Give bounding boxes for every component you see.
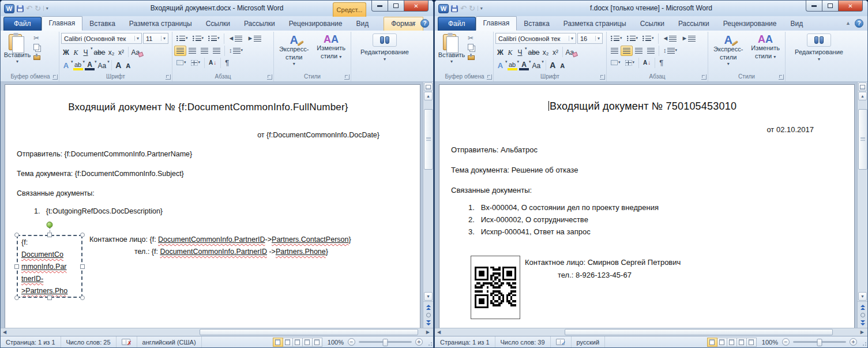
resize-handle[interactable]: [47, 295, 52, 300]
undo-button[interactable]: ↶: [26, 5, 32, 12]
tab-review[interactable]: Рецензирование: [716, 17, 784, 31]
tab-page-layout[interactable]: Разметка страницы: [557, 17, 633, 31]
title-bar[interactable]: W ↶ ↻ ▾ Входящий документ.docx - Microso…: [1, 1, 433, 16]
font-size-combo[interactable]: 16▾: [577, 33, 603, 44]
zoom-level[interactable]: 100%: [328, 339, 344, 346]
zoom-in-button[interactable]: +: [850, 338, 857, 346]
language-indicator[interactable]: русский: [572, 336, 605, 347]
proofing-status[interactable]: ✗: [117, 336, 137, 347]
redo-button[interactable]: ↻: [469, 5, 475, 12]
justify-button[interactable]: [645, 46, 657, 56]
borders-button[interactable]: ▾: [189, 58, 203, 68]
resize-grip[interactable]: [426, 336, 433, 347]
resize-handle[interactable]: [14, 264, 19, 269]
page-indicator[interactable]: Страница: 1 из 1: [435, 336, 495, 347]
numbering-button[interactable]: ▾: [625, 33, 641, 44]
styles-dialog-launcher[interactable]: [779, 74, 784, 80]
selected-textbox-object[interactable]: {f: DocumentCo mmonInfo.Par tnerID- >Par…: [17, 235, 82, 298]
show-paragraph-marks-button[interactable]: ¶: [657, 58, 666, 68]
bullets-button[interactable]: ▾: [174, 33, 190, 44]
contextual-tab-group[interactable]: Средст...: [333, 2, 366, 17]
increase-indent-button[interactable]: ►: [245, 33, 264, 44]
change-styles-button[interactable]: AA Изменить стили ▾: [313, 33, 350, 73]
ruler-toggle-button[interactable]: [424, 83, 433, 91]
font-dialog-launcher[interactable]: [166, 74, 171, 80]
font-name-combo[interactable]: Calibri (Основной тек▾: [61, 33, 142, 44]
font-name-combo[interactable]: Calibri (Основной тек▾: [495, 33, 576, 44]
tab-home[interactable]: Главная: [476, 16, 517, 31]
minimize-button[interactable]: [371, 1, 388, 12]
show-paragraph-marks-button[interactable]: ¶: [223, 58, 231, 68]
subscript-button[interactable]: x₂: [541, 47, 551, 57]
editing-button[interactable]: Редактирование ▾: [792, 33, 846, 81]
word-count[interactable]: Число слов: 25: [61, 336, 117, 347]
scroll-right-button[interactable]: ▶: [426, 330, 430, 335]
vertical-scrollbar[interactable]: ▲ ▼: [423, 82, 433, 328]
hscrollbar-thumb[interactable]: [565, 329, 833, 335]
tab-view[interactable]: Вид: [783, 17, 810, 31]
align-left-button[interactable]: [608, 46, 621, 56]
tab-file[interactable]: Файл: [438, 17, 476, 31]
clipboard-dialog-launcher[interactable]: [52, 74, 58, 80]
document-page[interactable]: Входящий документ № 750105453010 от 02.1…: [439, 84, 855, 328]
horizontal-scrollbar[interactable]: ◀ ▶: [435, 328, 867, 336]
cut-icon[interactable]: ✂: [468, 35, 476, 42]
clipboard-dialog-launcher[interactable]: [487, 74, 492, 80]
scroll-left-button[interactable]: ◀: [437, 330, 441, 335]
superscript-button[interactable]: x²: [117, 47, 126, 57]
styles-dialog-launcher[interactable]: [344, 74, 350, 80]
shrink-font-button[interactable]: А: [123, 60, 133, 70]
scroll-down-button[interactable]: ▼: [424, 292, 433, 301]
scroll-left-button[interactable]: ◀: [3, 330, 6, 335]
decrease-indent-button[interactable]: ◄: [660, 33, 679, 44]
paragraph-dialog-launcher[interactable]: [267, 74, 272, 80]
zoom-out-button[interactable]: −: [782, 338, 790, 346]
numbering-button[interactable]: ▾: [190, 33, 206, 44]
ruler-toggle-button[interactable]: [858, 83, 867, 91]
word-logo-icon[interactable]: W: [4, 4, 14, 13]
highlight-button[interactable]: ab: [73, 60, 83, 70]
editing-button[interactable]: Редактирование ▾: [358, 33, 411, 81]
decrease-indent-button[interactable]: ◄: [226, 33, 245, 44]
zoom-slider[interactable]: [793, 341, 846, 343]
redo-button[interactable]: ↻: [35, 5, 41, 12]
zoom-slider[interactable]: [359, 341, 412, 343]
qat-dropdown-icon[interactable]: ▾: [43, 6, 48, 11]
clear-formatting-button[interactable]: Aa: [130, 47, 143, 57]
tab-mailings[interactable]: Рассылки: [237, 17, 282, 31]
outline-view-button[interactable]: [737, 338, 747, 347]
qat-dropdown-icon[interactable]: ▾: [478, 6, 483, 11]
bullets-button[interactable]: ▾: [608, 33, 625, 44]
underline-button[interactable]: Ч: [515, 47, 525, 57]
tab-home[interactable]: Главная: [42, 16, 83, 31]
print-layout-view-button[interactable]: [707, 338, 717, 347]
scroll-up-button[interactable]: ▲: [858, 92, 867, 100]
format-painter-icon[interactable]: [33, 54, 40, 60]
rotation-handle[interactable]: [47, 222, 53, 228]
qr-code-frame[interactable]: [471, 256, 520, 319]
minimize-button[interactable]: [806, 1, 822, 12]
copy-icon[interactable]: [468, 44, 474, 50]
help-button[interactable]: ?: [855, 19, 863, 28]
sort-button[interactable]: А↓: [641, 58, 653, 68]
quick-styles-button[interactable]: A Экспресс-стили ▾: [275, 33, 313, 73]
hscrollbar-thumb[interactable]: [200, 329, 418, 335]
grow-font-button[interactable]: А: [548, 60, 558, 70]
copy-icon[interactable]: [33, 44, 39, 50]
tab-references[interactable]: Ссылки: [633, 17, 671, 31]
title-bar[interactable]: W ↶ ↻ ▾ f.docx [только чтение] - Microso…: [435, 1, 867, 16]
multilevel-list-button[interactable]: ▾: [640, 33, 656, 44]
next-page-button[interactable]: [426, 320, 431, 325]
undo-button[interactable]: ↶: [460, 5, 467, 12]
tab-insert[interactable]: Вставка: [517, 17, 557, 31]
textbox-content[interactable]: {f: DocumentCo mmonInfo.Par tnerID- >Par…: [17, 235, 82, 298]
tab-file[interactable]: Файл: [3, 17, 42, 31]
scroll-up-button[interactable]: ▲: [424, 92, 433, 100]
previous-page-button[interactable]: [861, 305, 865, 310]
fullscreen-reading-view-button[interactable]: [717, 338, 727, 347]
next-page-button[interactable]: [861, 320, 865, 325]
tab-mailings[interactable]: Рассылки: [671, 17, 716, 31]
font-size-combo[interactable]: 11▾: [143, 33, 168, 44]
font-color-button[interactable]: А: [85, 60, 95, 70]
tab-review[interactable]: Рецензирование: [282, 17, 350, 31]
